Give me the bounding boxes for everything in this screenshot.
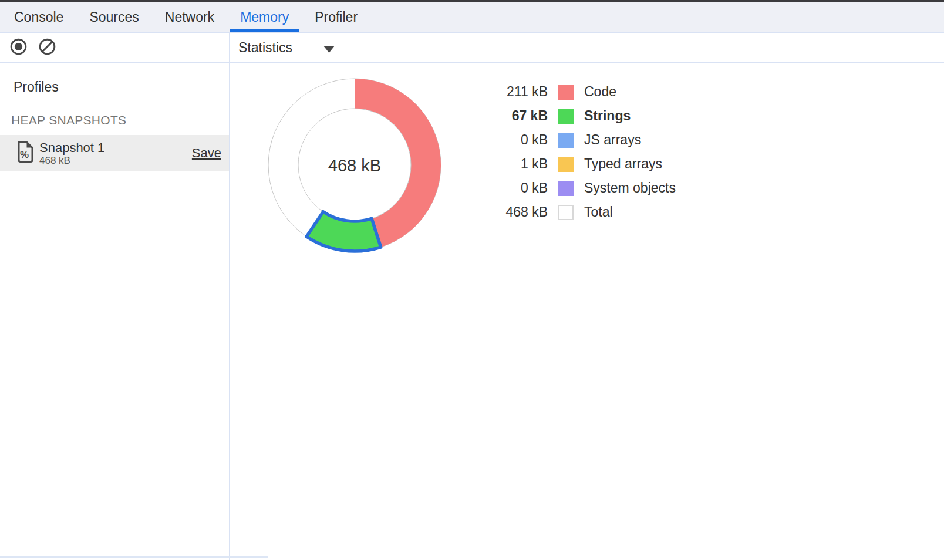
tab-label: Sources — [89, 9, 139, 25]
devtools-window: Console Sources Network Memory Profiler — [0, 0, 944, 560]
heap-snapshot-file-icon: % — [16, 141, 34, 165]
tab-label: Profiler — [315, 9, 358, 25]
panel-tabbar: Console Sources Network Memory Profiler — [0, 2, 944, 33]
tab-label: Memory — [240, 9, 289, 25]
panel-body: Profiles HEAP SNAPSHOTS % Snapshot 1 468… — [0, 63, 944, 560]
heap-snapshots-section-heading: HEAP SNAPSHOTS — [11, 113, 229, 127]
legend-swatch-code — [558, 85, 574, 100]
legend-row-total: 468 kB Total — [460, 200, 676, 224]
legend-value: 0 kB — [460, 180, 548, 196]
snapshot-size: 468 kB — [39, 155, 104, 166]
save-snapshot-link[interactable]: Save — [192, 146, 221, 161]
legend-row-typed-arrays: 1 kB Typed arrays — [460, 152, 676, 176]
legend-row-strings: 67 kB Strings — [460, 104, 676, 128]
legend-swatch-system-objects — [558, 181, 574, 196]
clear-profiles-button[interactable] — [39, 39, 56, 56]
profiles-sidebar: Profiles HEAP SNAPSHOTS % Snapshot 1 468… — [0, 63, 230, 560]
legend-label: System objects — [584, 180, 676, 196]
record-icon — [10, 38, 27, 58]
tab-network[interactable]: Network — [152, 2, 227, 32]
toolbar: Statistics — [0, 33, 944, 63]
legend-row-system-objects: 0 kB System objects — [460, 176, 676, 200]
legend-swatch-strings — [558, 109, 574, 124]
perspective-select[interactable]: Statistics — [230, 39, 335, 56]
profiles-toolbar — [0, 33, 230, 62]
statistics-view: 468 kB 211 kB Code 67 kB Strings 0 kB JS… — [230, 63, 944, 560]
tab-label: Network — [165, 9, 214, 25]
chevron-down-icon — [323, 41, 335, 56]
snapshot-title: Snapshot 1 — [39, 140, 104, 155]
legend-value: 468 kB — [460, 204, 548, 220]
legend-swatch-typed-arrays — [558, 157, 574, 172]
sidebar-item-snapshot-1[interactable]: % Snapshot 1 468 kB Save — [0, 135, 229, 171]
legend-label: Strings — [584, 108, 631, 124]
profiles-heading: Profiles — [14, 79, 229, 95]
svg-text:%: % — [20, 149, 29, 160]
clear-icon — [39, 38, 56, 58]
legend-swatch-total — [558, 205, 574, 220]
legend-label: JS arrays — [584, 132, 641, 148]
tab-label: Console — [14, 9, 63, 25]
statistics-legend: 211 kB Code 67 kB Strings 0 kB JS arrays… — [460, 80, 676, 224]
status-bar-divider — [0, 556, 268, 558]
legend-value: 67 kB — [460, 108, 548, 124]
legend-value: 0 kB — [460, 132, 548, 148]
legend-row-code: 211 kB Code — [460, 80, 676, 104]
legend-value: 1 kB — [460, 156, 548, 172]
legend-value: 211 kB — [460, 84, 548, 100]
legend-label: Total — [584, 204, 613, 220]
legend-swatch-js-arrays — [558, 133, 574, 148]
legend-label: Typed arrays — [584, 156, 662, 172]
snapshot-info: Snapshot 1 468 kB — [39, 140, 104, 166]
donut-center-label: 468 kB — [328, 156, 381, 175]
statistics-donut-chart[interactable]: 468 kB — [263, 73, 446, 259]
tab-sources[interactable]: Sources — [76, 2, 151, 32]
legend-label: Code — [584, 84, 616, 100]
tab-memory[interactable]: Memory — [227, 2, 302, 32]
legend-row-js-arrays: 0 kB JS arrays — [460, 128, 676, 152]
view-toolbar: Statistics — [230, 33, 944, 62]
tab-profiler[interactable]: Profiler — [302, 2, 370, 32]
tab-console[interactable]: Console — [1, 2, 76, 32]
record-heap-profile-button[interactable] — [10, 39, 27, 56]
perspective-select-label: Statistics — [238, 40, 292, 56]
